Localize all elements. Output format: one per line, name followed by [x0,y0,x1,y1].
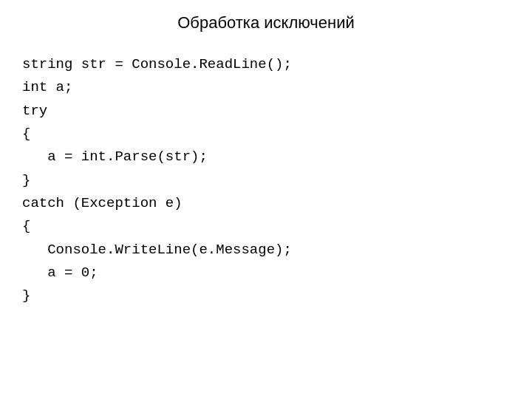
page-container: Обработка исключений string str = Consol… [0,0,532,399]
code-block: string str = Console.ReadLine(); int a; … [0,53,532,308]
page-title: Обработка исключений [177,13,355,33]
